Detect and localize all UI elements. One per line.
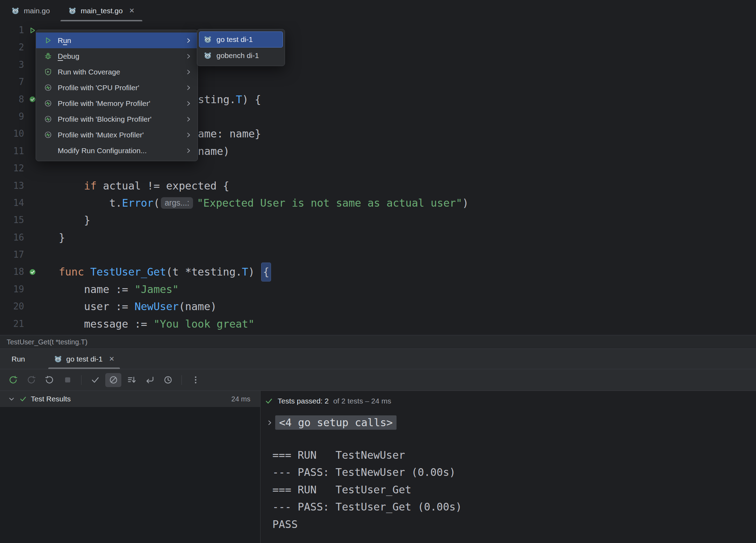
submenu-item-go-test-di-1[interactable]: go test di-1: [199, 31, 283, 48]
test-tree-body[interactable]: [0, 407, 260, 543]
line-number: 21: [0, 315, 24, 333]
menu-item-label: Run: [58, 36, 71, 45]
toolbar-separator: [181, 375, 182, 385]
test-results-panel: Test Results 24 ms: [0, 391, 261, 543]
breadcrumb: TestUser_Get(t *testing.T): [0, 335, 756, 349]
close-tab-icon[interactable]: ✕: [129, 7, 135, 15]
go-test-config-icon: [204, 51, 212, 60]
line-number: 10: [0, 125, 24, 142]
sort-by-duration-icon[interactable]: [123, 373, 140, 387]
code-text: }: [41, 212, 90, 229]
menu-item-run[interactable]: Run: [36, 33, 198, 48]
test-history-clock-icon[interactable]: [160, 373, 176, 387]
run-tab-go-test[interactable]: go test di-1 ✕: [47, 349, 122, 369]
expand-chevron-icon[interactable]: [265, 419, 274, 426]
console-output[interactable]: Tests passed: 2 of 2 tests – 24 ms <4 go…: [261, 391, 756, 543]
menu-item-label: Modify Run Configuration...: [58, 147, 147, 155]
collapsed-output-row: <4 go setup calls>: [265, 415, 756, 430]
code-line-13: 13 if actual != expected {: [0, 177, 756, 194]
tab-main-test-go[interactable]: main_test.go ✕: [59, 0, 144, 21]
context-menu: RunDebugRun with CoverageProfile with 'C…: [36, 30, 198, 161]
console-line: --- PASS: TestNewUser (0.00s): [272, 464, 756, 481]
code-line-19: 19 name := "James": [0, 281, 756, 298]
collapsed-output-chip[interactable]: <4 go setup calls>: [275, 415, 397, 430]
menu-item-label: Profile with 'CPU Profiler': [58, 84, 139, 92]
line-number: 19: [0, 281, 24, 298]
submenu-arrow-icon: [185, 131, 192, 138]
run-panels: Test Results 24 ms Tests passed: 2 of 2 …: [0, 391, 756, 543]
menu-item-run-with-coverage[interactable]: Run with Coverage: [36, 64, 198, 80]
submenu-arrow-icon: [185, 53, 192, 60]
rerun-auto-icon[interactable]: [41, 373, 57, 387]
line-number: 13: [0, 177, 24, 194]
test-duration: 24 ms: [231, 395, 250, 403]
debug-icon: [43, 52, 53, 60]
code-line-12: 12: [0, 160, 756, 177]
profiler-icon: [43, 131, 53, 139]
parameter-hint-chip: args...:: [161, 197, 193, 209]
submenu-arrow-icon: [185, 69, 192, 76]
tests-passed-check-icon: [19, 395, 27, 403]
code-line-14: 14 t.Error(args...:"Expected User is not…: [0, 194, 756, 212]
menu-item-profile-with-blocking-profiler[interactable]: Profile with 'Blocking Profiler': [36, 111, 198, 127]
run-icon: [43, 36, 53, 44]
code-line-21: 21 message := "You look great": [0, 315, 756, 333]
test-passed-gutter-icon[interactable]: [24, 268, 41, 276]
menu-item-profile-with-cpu-profiler[interactable]: Profile with 'CPU Profiler': [36, 80, 198, 95]
menu-item-modify-run-configuration[interactable]: Modify Run Configuration...: [36, 143, 198, 158]
profiler-icon: [43, 115, 53, 123]
go-test-run-icon: [54, 355, 62, 363]
goland-window: main.go main_test.go ✕ 12378sting.T) {91…: [0, 0, 756, 543]
close-run-tab-icon[interactable]: ✕: [109, 355, 114, 363]
menu-item-profile-with-memory-profiler[interactable]: Profile with 'Memory Profiler': [36, 95, 198, 111]
rerun-failed-icon[interactable]: [23, 373, 39, 387]
menu-item-label: Debug: [58, 52, 79, 60]
chevron-down-icon[interactable]: [8, 395, 15, 403]
line-number: 3: [0, 56, 24, 73]
summary-detail-text: of 2 tests – 24 ms: [333, 397, 391, 405]
menu-item-label: Profile with 'Blocking Profiler': [58, 115, 151, 123]
more-options-kebab-icon[interactable]: [187, 373, 204, 387]
test-summary-row: Tests passed: 2 of 2 tests – 24 ms: [265, 394, 756, 408]
show-passed-icon[interactable]: [87, 373, 103, 387]
coverage-icon: [43, 68, 53, 76]
code-text: if actual != expected {: [41, 177, 229, 194]
test-results-label: Test Results: [31, 395, 71, 403]
breadcrumb-item[interactable]: TestUser_Get(t *testing.T): [7, 338, 87, 346]
console-line: === RUN TestNewUser: [272, 446, 756, 464]
menu-item-profile-with-mutex-profiler[interactable]: Profile with 'Mutex Profiler': [36, 127, 198, 143]
summary-passed-text: Tests passed: 2: [278, 397, 329, 405]
line-number: 2: [0, 39, 24, 56]
rerun-icon[interactable]: [5, 373, 21, 387]
editor-tab-bar: main.go main_test.go ✕: [0, 0, 756, 21]
console-line: === RUN TestUser_Get: [272, 481, 756, 498]
submenu-arrow-icon: [185, 100, 192, 107]
menu-item-label: Run with Coverage: [58, 68, 120, 76]
line-number: 15: [0, 212, 24, 229]
none-icon: [43, 147, 53, 155]
return-arrow-icon[interactable]: [142, 373, 158, 387]
menu-item-debug[interactable]: Debug: [36, 48, 198, 64]
code-editor[interactable]: 12378sting.T) {910ame: name}11name)1213 …: [0, 21, 756, 335]
go-file-icon: [11, 7, 20, 15]
code-text: func TestUser_Get(t *testing.T) {: [41, 263, 271, 281]
code-text: message := "You look great": [41, 315, 255, 333]
submenu-arrow-icon: [185, 147, 192, 154]
active-run-tab-underline: [48, 367, 120, 369]
context-menu-items: RunDebugRun with CoverageProfile with 'C…: [36, 33, 198, 158]
show-ignored-icon[interactable]: [105, 373, 121, 387]
line-number: 18: [0, 263, 24, 280]
line-number: 12: [0, 160, 24, 177]
test-results-header[interactable]: Test Results 24 ms: [0, 391, 260, 407]
tool-window-title: Run: [12, 355, 25, 363]
stop-icon[interactable]: [59, 373, 76, 387]
run-tool-window-header: Run go test di-1 ✕: [0, 349, 756, 369]
menu-item-label: Profile with 'Memory Profiler': [58, 99, 150, 108]
line-number: 11: [0, 143, 24, 160]
tab-main-go[interactable]: main.go: [2, 0, 59, 21]
code-line-18: 18func TestUser_Get(t *testing.T) {: [0, 263, 756, 280]
tab-label: main_test.go: [81, 7, 123, 15]
run-submenu-items: go test di-1gobench di-1: [199, 31, 283, 64]
submenu-item-gobench-di-1[interactable]: gobench di-1: [199, 48, 283, 64]
go-test-config-icon: [204, 35, 212, 44]
